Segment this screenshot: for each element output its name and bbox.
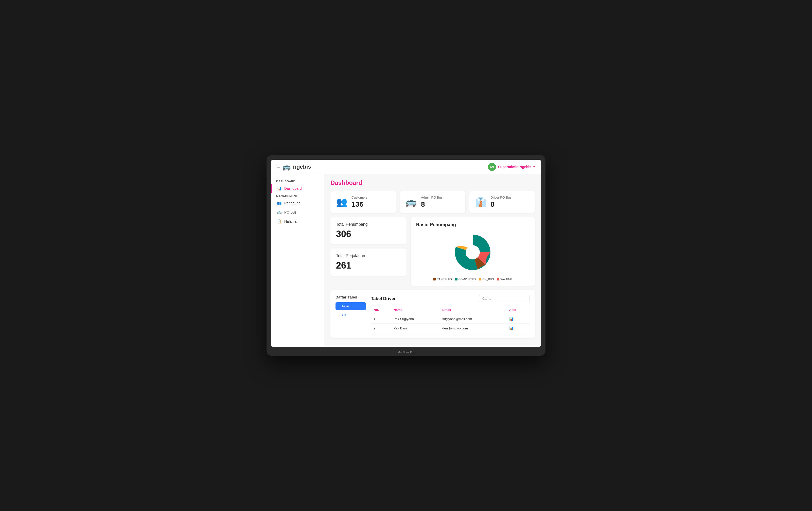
legend-label-on-bus: ON_BUS	[482, 278, 494, 281]
table-nav-btn-driver[interactable]: Driver	[336, 302, 366, 310]
table-nav-title: Daftar Tabel	[336, 295, 366, 299]
table-nav: Daftar Tabel Driver Bus	[336, 295, 366, 333]
cell-nama: Pak Sugiyono	[391, 314, 440, 323]
cell-aksi: 📊	[507, 314, 530, 323]
legend-label-canceled: CANCELED	[437, 278, 452, 281]
chart-card: Rasio Penumpang	[411, 217, 535, 286]
legend-dot-on-bus	[479, 278, 481, 281]
table-main: Tabel Driver No. Nama Email Aksi	[371, 295, 530, 333]
sidebar-item-label-po-bus: PO Bus	[284, 210, 296, 214]
table-section: Daftar Tabel Driver Bus Tabel Driver	[330, 290, 535, 338]
metric-card-perjalanan: Total Perjalanan 261	[330, 249, 407, 276]
halaman-icon: 📋	[277, 219, 282, 224]
admin-bus-icon: 🚌	[405, 197, 417, 207]
header-left: ≡ 🚌 ngebis	[277, 163, 311, 171]
customers-icon: 👥	[336, 197, 347, 207]
header: ≡ 🚌 ngebis SN Superadmin Ngebis ▾	[271, 160, 541, 174]
col-email: Email	[440, 306, 507, 314]
stat-card-admin-po-bus: 🚌 Admin PO Bus 8	[400, 191, 465, 213]
stat-card-customers: 👥 Customers 136	[330, 191, 396, 213]
laptop-bottom: MacBook Pro	[271, 349, 541, 356]
user-name: Superadmin Ngebis	[498, 165, 531, 169]
metric-perjalanan-value: 261	[336, 260, 401, 271]
sidebar-item-label-pengguna: Pengguna	[284, 201, 300, 205]
cell-aksi: 📊	[507, 323, 530, 333]
stat-card-driver-po-bus: 👔 Driver PO Bus 8	[469, 191, 535, 213]
logo-icon: 🚌	[283, 163, 291, 171]
col-nama: Nama	[391, 306, 440, 314]
sidebar-item-po-bus[interactable]: 🚌 PO Bus	[271, 208, 324, 217]
user-dropdown-icon[interactable]: ▾	[533, 165, 535, 169]
po-bus-icon: 🚌	[277, 210, 282, 215]
cell-no: 1	[371, 314, 391, 323]
cell-email: sugiyono@mail.com	[440, 314, 507, 323]
legend-waiting: WAITING	[497, 278, 512, 281]
cell-nama: Pak Dani	[391, 323, 440, 333]
driver-table: No. Nama Email Aksi 1 Pak Sugiyono sugiy…	[371, 306, 530, 333]
metric-penumpang-label: Total Penumpang	[336, 222, 401, 227]
legend-dot-waiting	[497, 278, 499, 281]
sidebar-item-label-dashboard: Dashboard	[284, 187, 302, 191]
pengguna-icon: 👥	[277, 201, 282, 205]
svg-point-0	[466, 245, 480, 259]
active-table-title: Tabel Driver	[371, 296, 396, 301]
header-right: SN Superadmin Ngebis ▾	[488, 163, 535, 171]
chart-legend: CANCELED COMPLETED ON_BUS	[433, 278, 512, 281]
dashboard-icon: 📊	[277, 186, 282, 191]
sidebar-section-dashboard: DASHBOARD	[271, 178, 324, 184]
sidebar-item-pengguna[interactable]: 👥 Pengguna	[271, 199, 324, 208]
cell-email: deni@mulyo.com	[440, 323, 507, 333]
col-aksi: Aksi	[507, 306, 530, 314]
customers-label: Customers	[351, 196, 368, 199]
legend-dot-canceled	[433, 278, 436, 281]
action-icon[interactable]: 📊	[509, 317, 514, 321]
table-header-row: Tabel Driver	[371, 295, 530, 302]
cell-no: 2	[371, 323, 391, 333]
table-section-layout: Daftar Tabel Driver Bus Tabel Driver	[336, 295, 530, 333]
legend-label-completed: COMPLETED	[459, 278, 476, 281]
metric-perjalanan-label: Total Perjalanan	[336, 254, 401, 258]
stats-row: 👥 Customers 136 🚌 Admin PO Bus 8	[330, 191, 535, 213]
col-no: No.	[371, 306, 391, 314]
chart-title: Rasio Penumpang	[416, 222, 456, 227]
metric-card-penumpang: Total Penumpang 306	[330, 217, 407, 245]
legend-on-bus: ON_BUS	[479, 278, 494, 281]
sidebar-item-dashboard[interactable]: 📊 Dashboard	[271, 184, 324, 193]
pie-chart	[453, 232, 493, 273]
sidebar: DASHBOARD 📊 Dashboard MANAGEMENT 👥 Pengg…	[271, 174, 324, 347]
sidebar-item-halaman[interactable]: 📋 Halaman	[271, 217, 324, 226]
app-layout: DASHBOARD 📊 Dashboard MANAGEMENT 👥 Pengg…	[271, 174, 541, 347]
legend-label-waiting: WAITING	[500, 278, 512, 281]
page-title: Dashboard	[330, 179, 535, 187]
screen: ≡ 🚌 ngebis SN Superadmin Ngebis ▾ DASHBO…	[271, 160, 541, 347]
stat-info-admin-po-bus: Admin PO Bus 8	[421, 196, 442, 208]
table-header: No. Nama Email Aksi	[371, 306, 530, 314]
stat-info-driver-po-bus: Driver PO Bus 8	[490, 196, 512, 208]
legend-dot-completed	[455, 278, 458, 281]
avatar: SN	[488, 163, 496, 171]
search-input[interactable]	[479, 295, 530, 302]
admin-po-bus-value: 8	[421, 200, 442, 208]
sidebar-section-management: MANAGEMENT	[271, 193, 324, 199]
legend-canceled: CANCELED	[433, 278, 452, 281]
laptop-frame: ≡ 🚌 ngebis SN Superadmin Ngebis ▾ DASHBO…	[266, 155, 546, 356]
driver-po-bus-label: Driver PO Bus	[490, 196, 512, 199]
table-row: 2 Pak Dani deni@mulyo.com 📊	[371, 323, 530, 333]
left-col: Total Penumpang 306 Total Perjalanan 261	[330, 217, 407, 286]
action-icon[interactable]: 📊	[509, 326, 514, 330]
legend-completed: COMPLETED	[455, 278, 476, 281]
menu-icon[interactable]: ≡	[277, 164, 280, 170]
laptop-label: MacBook Pro	[398, 351, 414, 354]
sidebar-item-label-halaman: Halaman	[284, 219, 298, 223]
driver-po-bus-icon: 👔	[475, 197, 486, 207]
table-nav-btn-bus[interactable]: Bus	[336, 311, 366, 319]
main-content: Dashboard 👥 Customers 136 🚌 Admin PO Bu	[324, 174, 541, 347]
middle-row: Total Penumpang 306 Total Perjalanan 261…	[330, 217, 535, 286]
metric-penumpang-value: 306	[336, 229, 401, 239]
customers-value: 136	[351, 200, 368, 208]
driver-po-bus-value: 8	[490, 200, 512, 208]
stat-info-customers: Customers 136	[351, 196, 368, 208]
brand-name: ngebis	[293, 164, 311, 170]
admin-po-bus-label: Admin PO Bus	[421, 196, 442, 199]
table-row: 1 Pak Sugiyono sugiyono@mail.com 📊	[371, 314, 530, 323]
